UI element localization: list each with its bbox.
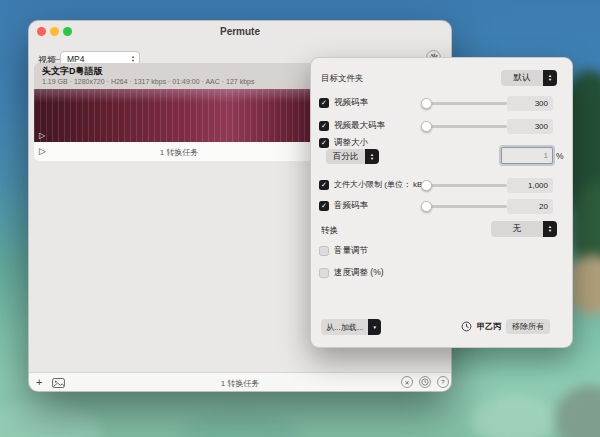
wallpaper-underwater-rock-3 (0, 400, 100, 437)
audio-bitrate-label: 音频码率 (334, 200, 368, 212)
video-bitrate-row: ✓ 视频码率 (319, 97, 368, 109)
title-bar[interactable]: Permute (29, 21, 451, 43)
stepper-arrows-icon: ▲▼ (131, 55, 135, 63)
video-max-bitrate-slider[interactable] (423, 121, 507, 132)
wallpaper-underwater-rock-4 (180, 415, 300, 437)
file-size-limit-row: ✓ 文件大小限制 (单位： kB) (319, 179, 425, 190)
resize-unit-value: 百分比 (326, 149, 365, 164)
audio-bitrate-slider[interactable] (423, 201, 507, 212)
video-max-bitrate-value[interactable]: 300 (507, 119, 553, 134)
video-max-bitrate-row: ✓ 视频最大码率 (319, 120, 385, 132)
volume-checkbox[interactable] (319, 246, 329, 256)
slider-track (423, 184, 507, 187)
file-size-limit-slider[interactable] (423, 180, 507, 191)
audio-bitrate-value[interactable]: 20 (507, 199, 553, 214)
video-bitrate-label: 视频码率 (334, 97, 368, 109)
speed-checkbox[interactable] (319, 268, 329, 278)
stepper-arrows-icon: ▲▼ (548, 225, 552, 233)
clock-icon (421, 378, 429, 386)
speed-label: 速度调整 (%) (334, 267, 384, 279)
convert-dropdown[interactable]: 无 ▲▼ (491, 221, 557, 237)
slider-knob[interactable] (421, 201, 432, 212)
slider-knob[interactable] (421, 98, 432, 109)
desktop: Permute 视频 — MP4 ▲▼ 头文字D粤語版 1.19 (0, 0, 600, 437)
destination-folder-value: 默认 (501, 70, 543, 86)
stepper-arrows-icon: ▲▼ (548, 74, 552, 82)
stepper-arrows-icon: ▲▼ (370, 153, 374, 161)
preset-group: 甲乙丙 移除所有 (461, 318, 550, 334)
question-icon: ? (441, 379, 444, 385)
resize-percent-input[interactable] (501, 147, 553, 164)
destination-folder-label: 目标文件夹 (321, 73, 364, 85)
clear-button[interactable]: ✕ (401, 376, 413, 388)
preset-name: 甲乙丙 (477, 321, 501, 332)
load-from-menu-cap[interactable]: ▼ (368, 319, 381, 335)
settings-popover: 目标文件夹 默认 ▲▼ ✓ 视频码率 300 ✓ 视频最大码率 300 ✓ 调整… (310, 57, 573, 348)
video-max-bitrate-checkbox[interactable]: ✓ (319, 121, 329, 131)
wallpaper-underwater-rock-1 (470, 395, 560, 437)
slider-track (423, 205, 507, 208)
slider-knob[interactable] (421, 121, 432, 132)
resize-label: 调整大小 (334, 137, 368, 149)
group-task-count: 1 转换任务 (129, 147, 229, 158)
history-button[interactable] (419, 376, 431, 388)
group-play-icon[interactable]: ▷ (39, 146, 46, 156)
clock-icon (461, 321, 472, 332)
video-bitrate-value[interactable]: 300 (507, 96, 553, 111)
file-size-limit-value[interactable]: 1,000 (507, 178, 553, 193)
resize-row: ✓ 调整大小 (319, 137, 368, 149)
file-size-limit-label: 文件大小限制 (单位： kB) (334, 179, 425, 190)
speed-row: 速度调整 (%) (319, 267, 384, 279)
slider-track (423, 102, 507, 105)
circle-x-icon: ✕ (404, 379, 409, 386)
volume-row: 音量调节 (319, 245, 368, 257)
help-button[interactable]: ? (437, 376, 449, 388)
video-bitrate-slider[interactable] (423, 98, 507, 109)
destination-folder-dropdown[interactable]: 默认 ▲▼ (501, 70, 557, 86)
load-from-label: 从...加载... (321, 319, 368, 335)
dropdown-cap: ▲▼ (543, 70, 557, 86)
resize-checkbox[interactable]: ✓ (319, 138, 329, 148)
status-bar: + 1 转换任务 ✕ ? (29, 372, 451, 391)
remove-all-button[interactable]: 移除所有 (506, 319, 550, 334)
load-from-button[interactable]: 从...加载... ▼ (321, 319, 381, 335)
resize-unit-dropdown[interactable]: 百分比 ▲▼ (326, 149, 379, 164)
audio-bitrate-checkbox[interactable]: ✓ (319, 201, 329, 211)
convert-label: 转换 (321, 225, 338, 237)
dropdown-cap: ▲▼ (365, 149, 379, 164)
convert-value: 无 (491, 221, 543, 237)
window-title: Permute (29, 26, 451, 37)
statusbar-task-count: 1 转换任务 (29, 378, 451, 389)
volume-label: 音量调节 (334, 245, 368, 257)
percent-suffix: % (556, 151, 564, 161)
down-arrow-icon: ▼ (373, 325, 377, 330)
wallpaper-underwater-rock-2 (555, 385, 600, 437)
video-bitrate-checkbox[interactable]: ✓ (319, 98, 329, 108)
video-max-bitrate-label: 视频最大码率 (334, 120, 385, 132)
file-size-limit-checkbox[interactable]: ✓ (319, 180, 329, 190)
slider-track (423, 125, 507, 128)
dropdown-cap: ▲▼ (543, 221, 557, 237)
slider-knob[interactable] (421, 180, 432, 191)
audio-bitrate-row: ✓ 音频码率 (319, 200, 368, 212)
thumbnail-play-icon[interactable]: ▷ (39, 132, 45, 140)
